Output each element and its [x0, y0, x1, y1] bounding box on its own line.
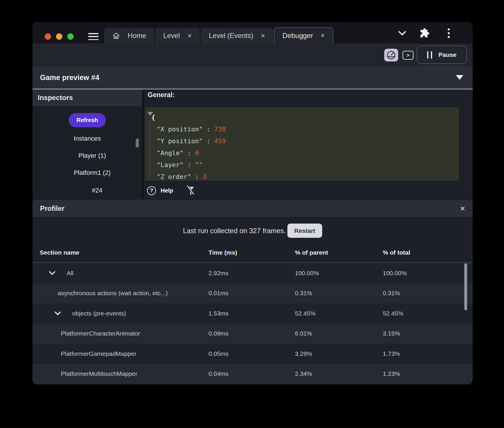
restart-button[interactable]: Restart: [287, 224, 322, 238]
section-name-cell: PlatformerCharacterAnimator: [61, 330, 140, 337]
pct-parent-cell: 52.45%: [295, 310, 316, 317]
pct-parent-cell: 6.01%: [295, 330, 312, 337]
pin-off-icon[interactable]: [186, 185, 195, 196]
pct-parent-cell: 3.29%: [295, 350, 312, 357]
traffic-lights: [45, 33, 74, 40]
col-header-section-name: Section name: [40, 249, 79, 256]
profiler-row-platformercharacteranimator[interactable]: PlatformerCharacterAnimator0.09ms6.01%3.…: [32, 324, 473, 344]
close-window-button[interactable]: [45, 33, 51, 40]
pause-icon: [427, 51, 432, 59]
json-open-brace: {: [145, 111, 226, 123]
tab-close-icon[interactable]: ×: [187, 32, 192, 39]
profiler-row-platformermultitouchmapper[interactable]: PlatformerMultitouchMapper0.04ms2.34%1.2…: [32, 364, 473, 384]
debugger-toolbar: > Pause: [32, 43, 473, 66]
inspector-item-instances[interactable]: Instances: [32, 132, 142, 145]
expand-chevron-icon[interactable]: [54, 311, 61, 316]
app-window: HomeLevel×Level (Events)×Debugger× > Pau…: [32, 22, 473, 385]
col-header-time: Time (ms): [209, 249, 237, 256]
kebab-menu-icon[interactable]: [448, 28, 450, 38]
section-name-cell: PlatformerGamepadMapper: [61, 350, 136, 357]
json-line-layer: "Layer" : "": [145, 159, 226, 171]
profiler-row-all[interactable]: All2.92ms100.00%100.00%: [32, 263, 473, 283]
section-name-cell: objects (pre-events): [72, 310, 126, 317]
json-value: "": [195, 161, 203, 168]
profiler-summary: Last run collected on 327 frames.: [183, 227, 286, 235]
section-name-cell: PlatformerMultitouchMapper: [61, 370, 137, 377]
json-key: "Y position" :: [157, 137, 214, 145]
json-key: "X position" :: [157, 126, 214, 133]
time-cell: 1.53ms: [209, 310, 229, 317]
json-value: 738: [214, 126, 226, 133]
json-line-z-order: "Z order" : 3: [145, 171, 226, 183]
pct-parent-cell: 2.34%: [295, 370, 312, 377]
game-preview-header[interactable]: Game preview #4: [32, 66, 473, 89]
json-key: "Z order" :: [157, 173, 203, 180]
time-cell: 0.04ms: [209, 370, 229, 377]
expand-chevron-icon[interactable]: [48, 271, 56, 275]
pct-total-cell: 3.15%: [383, 330, 400, 337]
tab-close-icon[interactable]: ×: [261, 32, 265, 39]
profiler-close-icon[interactable]: ×: [460, 204, 465, 213]
section-name-cell: All: [67, 270, 73, 277]
tab-label: Home: [128, 32, 146, 40]
inspector-item--24[interactable]: #24: [32, 184, 142, 197]
inspector-item-label: Instances: [74, 135, 101, 142]
json-key: "Angle" :: [157, 149, 195, 157]
console-button[interactable]: >: [403, 51, 414, 60]
pct-total-cell: 1.73%: [383, 350, 400, 357]
json-line-x-position: "X position" : 738: [145, 123, 226, 135]
extensions-puzzle-icon[interactable]: [420, 28, 430, 38]
general-section-title: General:: [148, 91, 175, 99]
pct-total-cell: 0.31%: [383, 290, 400, 297]
chevron-down-icon[interactable]: [397, 30, 407, 37]
json-line-y-position: "Y position" : 459: [145, 135, 226, 147]
tab-level[interactable]: Level×: [155, 28, 200, 43]
gauge-icon: [386, 50, 396, 60]
debugger-main: Inspectors Refresh InstancesPlayer (1)Pl…: [32, 89, 473, 198]
profiler-header: Profiler ×: [32, 200, 473, 217]
game-preview-title: Game preview #4: [40, 73, 99, 82]
section-name-cell: asynchronous actions (wait action, etc..…: [58, 290, 168, 297]
minimize-window-button[interactable]: [56, 33, 62, 40]
pct-total-cell: 100.00%: [383, 270, 407, 277]
profiler-row-objects-pre-events-[interactable]: objects (pre-events)1.53ms52.45%52.45%: [32, 303, 473, 324]
help-icon[interactable]: ?: [147, 186, 156, 195]
help-row: ? Help: [147, 185, 195, 196]
maximize-window-button[interactable]: [67, 33, 74, 40]
tab-label: Level (Events): [209, 32, 253, 40]
tab-home[interactable]: Home: [104, 28, 154, 43]
profiler-row-platformergamepadmapper[interactable]: PlatformerGamepadMapper0.05ms3.29%1.73%: [32, 344, 473, 364]
profiler-table: All2.92ms100.00%100.00%asynchronous acti…: [32, 263, 473, 384]
col-header-pct-parent: % of parent: [295, 249, 328, 256]
help-label[interactable]: Help: [161, 187, 173, 194]
time-cell: 0.05ms: [209, 350, 229, 357]
json-key: "Layer" :: [157, 161, 195, 168]
tab-debugger[interactable]: Debugger×: [274, 27, 333, 43]
pause-button[interactable]: Pause: [417, 46, 467, 64]
inspectors-scrollbar-thumb[interactable]: [136, 138, 139, 148]
inspector-item-platform1-2-[interactable]: Platform1 (2): [32, 166, 142, 179]
json-value: 3: [203, 173, 206, 180]
profiler-gauge-button[interactable]: [384, 49, 398, 61]
tab-level-events-[interactable]: Level (Events)×: [201, 28, 273, 43]
pct-parent-cell: 100.00%: [295, 270, 319, 277]
json-value: 0: [195, 149, 199, 157]
hamburger-menu-icon[interactable]: [88, 33, 99, 40]
preview-dropdown-caret-icon[interactable]: [456, 75, 463, 80]
properties-json-view: {"X position" : 738"Y position" : 459"An…: [145, 107, 459, 181]
tab-label: Level: [163, 32, 180, 40]
refresh-button[interactable]: Refresh: [69, 113, 106, 127]
home-icon: [112, 32, 120, 40]
profiler-scrollbar-thumb[interactable]: [464, 263, 467, 310]
tab-bar: HomeLevel×Level (Events)×Debugger×: [32, 22, 473, 43]
inspector-item-label: Platform1 (2): [74, 169, 110, 177]
profiler-summary-row: Last run collected on 327 frames. Restar…: [32, 224, 473, 238]
profiler-title: Profiler: [40, 204, 64, 213]
inspector-detail-panel: General: {"X position" : 738"Y position"…: [144, 89, 473, 198]
inspectors-title: Inspectors: [38, 94, 73, 102]
inspector-item-player-1-[interactable]: Player (1): [32, 149, 142, 162]
tab-close-icon[interactable]: ×: [320, 32, 325, 39]
json-value: 459: [214, 137, 226, 145]
inspectors-header: Inspectors: [32, 89, 142, 106]
profiler-row-asynchronous-actions-wait-action-etc-[interactable]: asynchronous actions (wait action, etc..…: [32, 283, 473, 304]
